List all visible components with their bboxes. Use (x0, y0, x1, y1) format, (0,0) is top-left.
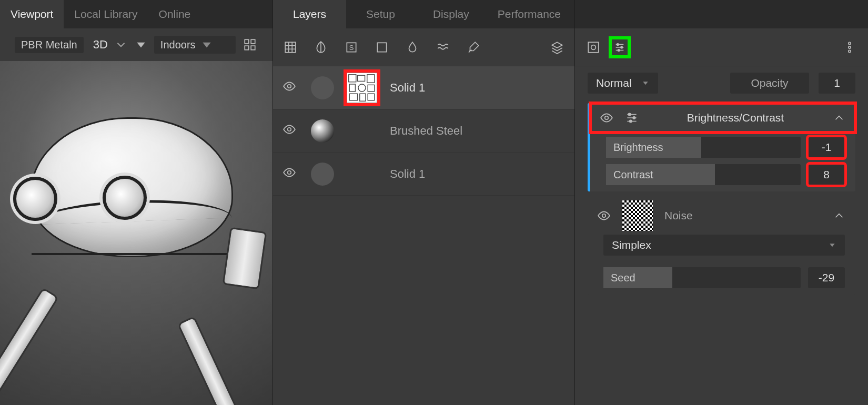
svg-point-22 (617, 43, 619, 45)
triangle-down-icon (641, 79, 650, 87)
svg-point-21 (591, 45, 596, 49)
svg-point-24 (618, 49, 620, 51)
brush-icon[interactable] (466, 39, 481, 55)
eye-icon[interactable] (600, 111, 613, 125)
svg-point-19 (288, 170, 291, 174)
opacity-value[interactable]: 1 (819, 73, 855, 94)
noise-type-label: Simplex (612, 239, 651, 251)
layers-stack-icon[interactable] (549, 39, 565, 55)
seed-slider[interactable]: Seed (603, 267, 801, 288)
triangle-down-icon[interactable] (134, 38, 148, 52)
svg-rect-12 (349, 84, 355, 92)
svg-point-18 (288, 127, 291, 131)
viewport-canvas[interactable] (0, 61, 272, 405)
svg-rect-10 (358, 75, 365, 81)
layer-color-swatch[interactable] (311, 119, 334, 143)
visibility-toggle[interactable] (282, 123, 298, 139)
svg-rect-3 (251, 46, 255, 50)
svg-point-8 (288, 84, 291, 88)
layer-list: Solid 1 Brushed Steel Solid 1 (273, 66, 574, 405)
svg-point-29 (629, 113, 631, 115)
environment-dropdown[interactable]: Indoors (154, 36, 236, 54)
chevron-down-icon[interactable] (114, 38, 128, 52)
s-box-icon[interactable]: S (344, 39, 359, 55)
layer-name: Solid 1 (390, 81, 425, 95)
grid-icon[interactable] (282, 39, 298, 55)
svg-point-32 (602, 214, 606, 218)
tab-local-library[interactable]: Local Library (64, 0, 148, 28)
svg-rect-15 (349, 94, 357, 100)
chevron-up-icon[interactable] (832, 111, 846, 125)
target-icon[interactable] (586, 39, 601, 55)
opacity-label-box[interactable]: Opacity (730, 73, 809, 94)
svg-point-13 (358, 84, 366, 92)
svg-rect-14 (368, 85, 375, 92)
layer-row[interactable]: Solid 1 (273, 153, 574, 196)
svg-rect-1 (251, 39, 255, 44)
brightness-value[interactable]: -1 (808, 137, 845, 158)
contrast-label: Contrast (613, 169, 653, 181)
visibility-toggle[interactable] (282, 79, 298, 96)
layer-row[interactable]: Solid 1 (273, 66, 574, 109)
layer-name: Brushed Steel (390, 124, 462, 138)
sliders-icon[interactable] (612, 39, 628, 55)
svg-point-27 (849, 50, 851, 52)
tab-viewport[interactable]: Viewport (0, 0, 64, 28)
eye-icon[interactable] (597, 209, 611, 222)
section-title: Brightness/Contrast (650, 112, 821, 124)
svg-rect-20 (588, 42, 599, 53)
more-icon[interactable] (842, 39, 857, 55)
brightness-slider[interactable]: Brightness (606, 137, 801, 158)
tab-online[interactable]: Online (148, 0, 201, 28)
svg-rect-4 (285, 42, 296, 53)
section-title: Noise (664, 209, 821, 222)
visibility-toggle[interactable] (282, 166, 298, 183)
svg-point-30 (633, 117, 635, 119)
square-icon[interactable] (374, 39, 390, 55)
svg-point-23 (621, 46, 623, 48)
seed-label: Seed (611, 272, 635, 284)
seed-value[interactable]: -29 (808, 267, 845, 288)
chevron-up-icon[interactable] (832, 209, 846, 222)
blend-mode-dropdown[interactable]: Normal (588, 73, 658, 94)
contrast-value[interactable]: 8 (808, 164, 845, 185)
svg-point-28 (605, 116, 609, 120)
svg-rect-7 (377, 43, 386, 52)
contrast-slider[interactable]: Contrast (606, 164, 801, 185)
sliders-icon (625, 111, 639, 125)
triangle-down-icon (828, 241, 836, 249)
blend-mode-label: Normal (596, 77, 632, 89)
noise-type-dropdown[interactable]: Simplex (603, 235, 845, 256)
tab-performance[interactable]: Performance (487, 0, 571, 28)
layer-name: Solid 1 (390, 167, 425, 181)
svg-rect-16 (360, 94, 366, 101)
svg-rect-2 (245, 46, 249, 50)
material-dropdown-label: PBR Metaln (21, 39, 77, 51)
svg-rect-11 (367, 74, 375, 82)
waves-icon[interactable] (435, 39, 451, 55)
brightness-label: Brightness (613, 141, 663, 154)
noise-thumbnail (622, 200, 653, 231)
noise-header[interactable]: Noise (588, 201, 855, 230)
tab-layers[interactable]: Layers (273, 0, 346, 28)
layer-thumbnail[interactable] (347, 73, 377, 103)
svg-point-26 (849, 46, 851, 48)
view-mode-label: 3D (90, 38, 108, 52)
drop-icon[interactable] (405, 39, 420, 55)
layer-color-swatch[interactable] (311, 163, 334, 186)
brightness-contrast-section: Brightness/Contrast Brightness -1 (588, 103, 855, 191)
svg-rect-17 (368, 94, 375, 100)
svg-rect-0 (245, 39, 249, 44)
svg-rect-9 (349, 74, 356, 82)
brightness-contrast-header[interactable]: Brightness/Contrast (590, 103, 855, 133)
svg-point-31 (630, 120, 632, 122)
tab-display[interactable]: Display (415, 0, 487, 28)
layer-row[interactable]: Brushed Steel (273, 109, 574, 153)
material-dropdown[interactable]: PBR Metaln (15, 37, 84, 53)
leaf-icon[interactable] (313, 39, 329, 55)
layer-color-swatch[interactable] (311, 76, 334, 99)
tab-setup[interactable]: Setup (346, 0, 415, 28)
environment-dropdown-label: Indoors (160, 39, 196, 51)
opacity-label: Opacity (751, 77, 788, 89)
grid-view-icon[interactable] (242, 37, 258, 53)
